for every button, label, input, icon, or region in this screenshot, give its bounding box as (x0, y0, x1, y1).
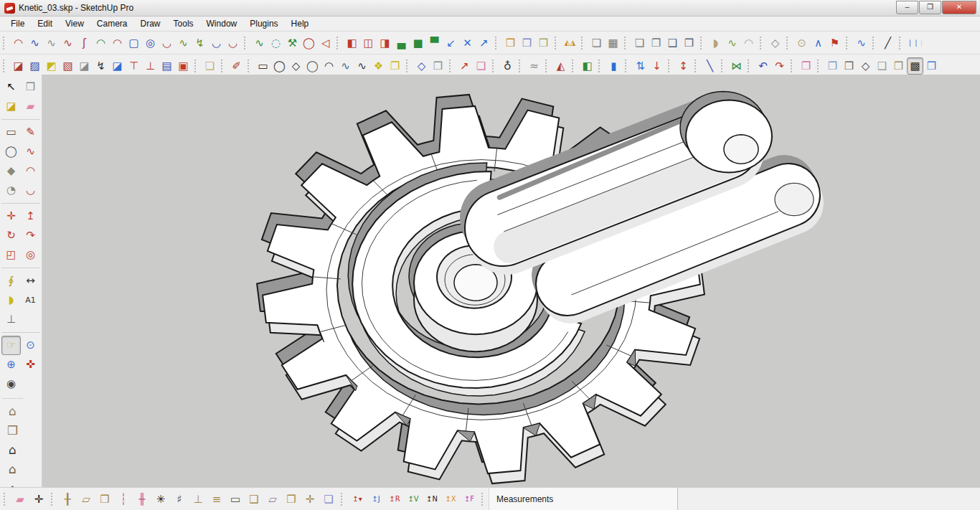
jpp-vector-icon[interactable]: ↥V (404, 491, 423, 508)
toolbar-drag-handle[interactable] (449, 60, 454, 72)
cage-box-icon[interactable]: ▣ (175, 57, 192, 75)
paint-bucket-icon[interactable]: ◪ (1, 97, 21, 116)
menu-item-edit[interactable]: Edit (31, 17, 59, 30)
s-spline-icon[interactable]: ʃ (76, 34, 93, 52)
zigzag-curve-icon[interactable]: ↯ (192, 34, 208, 52)
catmull-spline-icon[interactable]: ◠ (93, 34, 109, 52)
solid-union-icon[interactable]: ❒ (502, 34, 519, 52)
shell-tool-icon[interactable]: ◗ (707, 34, 724, 52)
distribute-cross-icon[interactable]: ✕ (459, 34, 476, 52)
view-front-icon[interactable]: ⌂ (3, 440, 22, 460)
ellipse-tool-icon[interactable]: ◯ (301, 34, 317, 52)
skew-box-guide-icon[interactable]: ▱ (263, 491, 282, 508)
polyline-spline-icon[interactable]: ∿ (175, 34, 192, 52)
style-shaded-icon[interactable]: ❒ (890, 57, 907, 75)
chevron-curve-icon[interactable]: ∧ (810, 34, 826, 52)
layer-shape-4-icon[interactable]: ❒ (681, 34, 697, 52)
jpp-round-icon[interactable]: ↥R (385, 491, 404, 508)
lines-on-plane-icon[interactable]: ≡ (207, 491, 226, 508)
protractor-tool-icon[interactable]: ◗ (1, 291, 21, 310)
circle-on-surface-icon[interactable]: ◯ (271, 57, 288, 75)
align-bottom-icon[interactable]: ▄ (393, 34, 410, 52)
pan-tool-icon[interactable]: ☞ (1, 336, 21, 355)
triangulate-face-icon[interactable]: ◭ (552, 57, 569, 75)
eraser-tool-icon[interactable]: ▰ (21, 97, 40, 116)
jpp-joint-icon[interactable]: ↥J (367, 491, 385, 508)
cube-polygon-icon[interactable]: ❒ (430, 57, 446, 75)
measurements-drag-handle[interactable] (481, 493, 486, 506)
measurements-panel[interactable]: Measurements (489, 488, 677, 510)
circle-tool-icon[interactable]: ◯ (1, 142, 21, 161)
pink-surface-icon[interactable]: ❏ (473, 57, 489, 75)
grid-cross-icon[interactable]: ╂ (58, 491, 77, 508)
toolbar-drag-handle[interactable] (221, 60, 226, 72)
arc-segment-icon[interactable]: ◡ (159, 34, 175, 52)
menu-item-help[interactable]: Help (285, 17, 316, 30)
toolbar-drag-handle[interactable] (694, 60, 699, 72)
view-top-icon[interactable]: ❒ (3, 421, 22, 440)
toolbar-drag-handle[interactable] (555, 37, 560, 49)
line-guide-icon[interactable]: ╱ (880, 34, 896, 52)
toolbar-drag-handle[interactable] (572, 60, 577, 72)
style-xray-icon[interactable]: ❒ (824, 57, 841, 75)
layer-shape-1-icon[interactable]: ❏ (631, 34, 648, 52)
bezier-arc-icon[interactable]: ◠ (10, 34, 27, 52)
bezier-curve-icon[interactable]: ∿ (27, 34, 43, 52)
cube-arrows-guide-icon[interactable]: ✛ (301, 491, 319, 508)
menu-item-file[interactable]: File (4, 17, 31, 30)
restore-button[interactable]: ❐ (919, 1, 941, 14)
mesh-cage-icon[interactable]: ▤ (159, 57, 175, 75)
tape-measure-tool-icon[interactable]: ∮ (1, 271, 21, 291)
jpp-normal-icon[interactable]: ↥N (423, 491, 441, 508)
flatten-surface-icon[interactable]: ◩ (43, 57, 60, 75)
line-tool-icon[interactable]: ✎ (21, 123, 40, 142)
halve-surface-icon[interactable]: ◪ (76, 57, 93, 75)
edit-wrench-icon[interactable]: ⚒ (284, 34, 301, 52)
menu-item-view[interactable]: View (59, 17, 90, 30)
outline-cube-icon[interactable]: ◇ (767, 34, 783, 52)
blue-polygon-icon[interactable]: ◇ (413, 57, 430, 75)
delete-guides-icon[interactable]: ▰ (11, 491, 29, 508)
align-center-icon[interactable]: ◫ (360, 34, 377, 52)
axes-tool-icon[interactable]: ⊥ (1, 310, 21, 329)
distribute-down-icon[interactable]: ↙ (443, 34, 459, 52)
c-curve-icon[interactable]: ◡ (225, 34, 241, 52)
redo-curve-icon[interactable]: ↷ (771, 57, 788, 75)
rounded-rectangle-icon[interactable]: ▢ (126, 34, 142, 52)
rectangle-tool-icon[interactable]: ▭ (1, 123, 21, 142)
rect-guide-icon[interactable]: ▭ (226, 491, 245, 508)
toolbar-drag-handle[interactable] (495, 37, 500, 49)
solid-intersect-icon[interactable]: ❒ (519, 34, 535, 52)
toolbar-drag-handle[interactable] (668, 60, 673, 72)
toolbar-drag-handle[interactable] (625, 60, 630, 72)
follow-me-tool-icon[interactable]: ↷ (21, 226, 40, 245)
pencil-eraser-icon[interactable]: ✐ (228, 57, 245, 75)
toolbar-drag-handle[interactable] (248, 60, 253, 72)
mirror-tool-icon[interactable]: ◭◮ (562, 34, 578, 52)
perpendicular-guide-icon[interactable]: ⊥ (189, 491, 207, 508)
minimize-button[interactable]: – (896, 1, 918, 14)
cube-point-guide-icon[interactable]: ❒ (282, 491, 301, 508)
grid-box-icon[interactable]: ❒ (95, 491, 114, 508)
grid-square-icon[interactable]: ♯ (170, 491, 189, 508)
grid-plane-icon[interactable]: ▱ (77, 491, 95, 508)
selection-memory-icon[interactable]: ❏ (588, 34, 605, 52)
fill-region-icon[interactable]: ❖ (370, 57, 387, 75)
view-right-icon[interactable]: ⌂ (3, 460, 22, 479)
pull-surface-icon[interactable]: ⊤ (126, 57, 142, 75)
jpp-basic-icon[interactable]: ↥▾ (348, 491, 367, 508)
close-button[interactable]: ✕ (942, 1, 976, 14)
toolbar-drag-handle[interactable] (748, 60, 753, 72)
push-pull-tool-icon[interactable]: ↥ (21, 207, 40, 226)
toolbar-drag-handle[interactable] (492, 60, 497, 72)
guide-lines-icon[interactable]: ┆ (114, 491, 133, 508)
toolbar-drag-handle[interactable] (899, 37, 904, 49)
text-tool-icon[interactable]: A1 (21, 291, 40, 310)
wireframe-cube-icon[interactable]: ▦ (605, 34, 621, 52)
toolbar-drag-handle[interactable] (791, 60, 796, 72)
menu-item-window[interactable]: Window (200, 17, 244, 30)
arc-on-surface-icon[interactable]: ◠ (321, 57, 337, 75)
radial-guides-icon[interactable]: ✳ (151, 491, 170, 508)
layer-shape-2-icon[interactable]: ❐ (648, 34, 664, 52)
zoom-window-tool-icon[interactable]: ⊕ (1, 355, 21, 374)
